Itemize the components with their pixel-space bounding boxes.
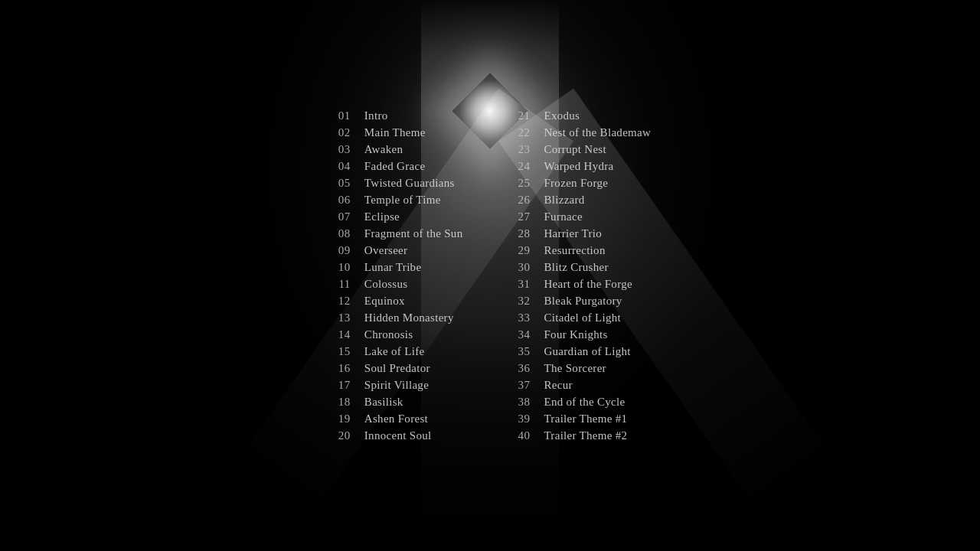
track-number: 19 <box>329 412 351 425</box>
track-title: Four Knights <box>544 328 607 341</box>
track-number: 25 <box>508 177 530 190</box>
track-title: Guardian of Light <box>544 345 630 358</box>
track-number: 05 <box>329 177 351 190</box>
track-title: Ashen Forest <box>364 412 428 425</box>
track-item: 28Harrier Trio <box>508 225 651 242</box>
track-number: 10 <box>329 261 351 274</box>
track-title: Trailer Theme #1 <box>544 412 627 425</box>
track-title: Corrupt Nest <box>544 143 606 156</box>
track-title: Colossus <box>364 278 408 291</box>
track-number: 39 <box>508 412 530 425</box>
track-number: 30 <box>508 261 530 274</box>
track-number: 29 <box>508 244 530 257</box>
track-number: 08 <box>329 227 351 240</box>
track-title: Warped Hydra <box>544 160 613 173</box>
track-item: 21Exodus <box>508 107 651 124</box>
track-item: 05Twisted Guardians <box>329 174 463 191</box>
track-item: 03Awaken <box>329 141 463 158</box>
track-item: 04Faded Grace <box>329 158 463 174</box>
track-number: 35 <box>508 345 530 358</box>
track-item: 09Overseer <box>329 242 463 259</box>
track-title: Temple of Time <box>364 194 441 207</box>
track-item: 16Soul Predator <box>329 360 463 377</box>
track-title: Fragment of the Sun <box>364 227 463 240</box>
track-number: 04 <box>329 160 351 173</box>
track-item: 38End of the Cycle <box>508 393 651 410</box>
track-item: 22Nest of the Blademaw <box>508 124 651 141</box>
track-number: 33 <box>508 311 530 324</box>
track-title: Harrier Trio <box>544 227 602 240</box>
track-item: 01Intro <box>329 107 463 124</box>
track-item: 08Fragment of the Sun <box>329 225 463 242</box>
track-title: Innocent Soul <box>364 429 432 442</box>
track-item: 24Warped Hydra <box>508 158 651 174</box>
track-item: 13Hidden Monastery <box>329 309 463 326</box>
track-item: 30Blitz Crusher <box>508 259 651 276</box>
track-title: Soul Predator <box>364 362 430 375</box>
track-title: Furnace <box>544 210 582 223</box>
track-number: 18 <box>329 396 351 409</box>
tracklist-left: 01Intro02Main Theme03Awaken04Faded Grace… <box>329 107 463 444</box>
track-title: Nest of the Blademaw <box>544 126 651 139</box>
track-item: 36The Sorcerer <box>508 360 651 377</box>
track-title: Blizzard <box>544 194 584 207</box>
track-item: 11Colossus <box>329 276 463 292</box>
track-title: Faded Grace <box>364 160 426 173</box>
track-title: Intro <box>364 109 388 122</box>
track-item: 33Citadel of Light <box>508 309 651 326</box>
track-number: 02 <box>329 126 351 139</box>
track-item: 39Trailer Theme #1 <box>508 410 651 427</box>
track-item: 27Furnace <box>508 208 651 225</box>
track-item: 15Lake of Life <box>329 343 463 360</box>
track-item: 26Blizzard <box>508 191 651 208</box>
track-item: 37Recur <box>508 377 651 393</box>
track-title: Heart of the Forge <box>544 278 632 291</box>
track-item: 10Lunar Tribe <box>329 259 463 276</box>
track-title: Spirit Village <box>364 379 429 392</box>
track-number: 32 <box>508 295 530 308</box>
track-number: 09 <box>329 244 351 257</box>
track-title: The Sorcerer <box>544 362 606 375</box>
track-item: 17Spirit Village <box>329 377 463 393</box>
track-title: Lake of Life <box>364 345 425 358</box>
track-number: 38 <box>508 396 530 409</box>
track-number: 28 <box>508 227 530 240</box>
track-item: 31Heart of the Forge <box>508 276 651 292</box>
track-number: 13 <box>329 311 351 324</box>
track-number: 06 <box>329 194 351 207</box>
track-number: 24 <box>508 160 530 173</box>
track-item: 32Bleak Purgatory <box>508 292 651 309</box>
track-number: 21 <box>508 109 530 122</box>
main-content: 01Intro02Main Theme03Awaken04Faded Grace… <box>0 0 980 551</box>
track-number: 20 <box>329 429 351 442</box>
track-title: Twisted Guardians <box>364 177 455 190</box>
track-number: 36 <box>508 362 530 375</box>
track-number: 11 <box>329 278 351 291</box>
track-item: 12Equinox <box>329 292 463 309</box>
track-number: 14 <box>329 328 351 341</box>
track-number: 23 <box>508 143 530 156</box>
track-title: Eclipse <box>364 210 400 223</box>
track-item: 19Ashen Forest <box>329 410 463 427</box>
track-title: Chronosis <box>364 328 413 341</box>
track-number: 34 <box>508 328 530 341</box>
track-title: Citadel of Light <box>544 311 621 324</box>
track-item: 02Main Theme <box>329 124 463 141</box>
track-title: Resurrection <box>544 244 605 257</box>
tracklist-wrapper: 01Intro02Main Theme03Awaken04Faded Grace… <box>283 84 697 467</box>
track-number: 26 <box>508 194 530 207</box>
track-title: Frozen Forge <box>544 177 608 190</box>
track-title: End of the Cycle <box>544 396 625 409</box>
track-number: 40 <box>508 429 530 442</box>
track-item: 20Innocent Soul <box>329 427 463 444</box>
track-item: 18Basilisk <box>329 393 463 410</box>
track-item: 34Four Knights <box>508 326 651 343</box>
track-number: 22 <box>508 126 530 139</box>
track-title: Awaken <box>364 143 403 156</box>
tracklist-right: 21Exodus22Nest of the Blademaw23Corrupt … <box>508 107 651 444</box>
track-title: Exodus <box>544 109 580 122</box>
track-number: 37 <box>508 379 530 392</box>
track-number: 31 <box>508 278 530 291</box>
track-title: Bleak Purgatory <box>544 295 622 308</box>
track-item: 23Corrupt Nest <box>508 141 651 158</box>
